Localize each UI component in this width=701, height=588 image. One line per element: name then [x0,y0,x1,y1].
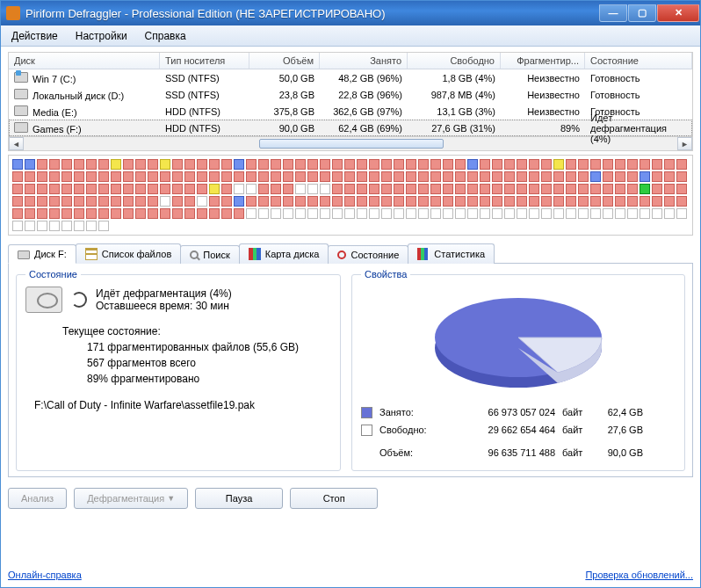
map-block[interactable] [603,208,613,219]
map-block[interactable] [160,171,170,182]
map-block[interactable] [172,208,183,219]
map-block[interactable] [455,171,466,182]
map-block[interactable] [664,196,675,207]
map-block[interactable] [135,171,146,182]
map-block[interactable] [553,184,564,194]
map-block[interactable] [37,159,47,170]
map-block[interactable] [12,221,23,231]
map-block[interactable] [590,208,601,219]
map-block[interactable] [234,171,244,182]
map-block[interactable] [86,159,97,170]
map-block[interactable] [234,208,244,219]
map-block[interactable] [492,159,502,170]
map-block[interactable] [480,159,490,170]
map-block[interactable] [529,171,539,182]
map-block[interactable] [148,171,158,182]
map-block[interactable] [517,184,527,194]
map-block[interactable] [529,196,539,207]
map-block[interactable] [111,208,121,219]
map-block[interactable] [517,208,527,219]
map-block[interactable] [295,171,306,182]
map-block[interactable] [37,171,47,182]
map-block[interactable] [344,171,355,182]
map-block[interactable] [443,184,453,194]
map-block[interactable] [652,171,662,182]
map-block[interactable] [74,159,84,170]
map-block[interactable] [406,196,416,207]
map-block[interactable] [25,221,35,231]
map-block[interactable] [258,171,269,182]
map-block[interactable] [492,184,502,194]
scroll-thumb[interactable] [24,137,677,150]
map-block[interactable] [74,184,84,194]
map-block[interactable] [381,184,392,194]
map-block[interactable] [283,208,293,219]
map-block[interactable] [172,171,183,182]
map-block[interactable] [418,159,429,170]
map-block[interactable] [529,184,539,194]
map-block[interactable] [418,184,429,194]
map-block[interactable] [406,171,416,182]
map-block[interactable] [221,171,232,182]
map-block[interactable] [49,208,60,219]
map-block[interactable] [258,159,269,170]
map-block[interactable] [467,196,478,207]
map-block[interactable] [504,159,515,170]
map-block[interactable] [74,196,84,207]
map-block[interactable] [615,159,625,170]
map-block[interactable] [430,171,441,182]
online-help-link[interactable]: Онлайн-справка [8,570,82,580]
map-block[interactable] [344,184,355,194]
stop-button[interactable]: Стоп [290,488,378,509]
map-block[interactable] [307,171,318,182]
map-block[interactable] [111,159,121,170]
map-block[interactable] [357,208,367,219]
drive-row[interactable]: Win 7 (C:)SSD (NTFS)50,0 GB48,2 GB (96%)… [9,69,692,86]
map-block[interactable] [307,208,318,219]
map-block[interactable] [86,184,97,194]
map-block[interactable] [640,208,650,219]
map-block[interactable] [517,171,527,182]
map-block[interactable] [320,171,330,182]
map-block[interactable] [184,208,195,219]
map-block[interactable] [271,184,281,194]
map-block[interactable] [394,196,404,207]
map-block[interactable] [676,208,687,219]
map-block[interactable] [467,208,478,219]
tab-files[interactable]: Список файлов [76,243,181,264]
map-block[interactable] [49,184,60,194]
map-block[interactable] [295,196,306,207]
map-block[interactable] [197,171,207,182]
map-block[interactable] [123,196,134,207]
col-size[interactable]: Объём [249,53,320,69]
col-free[interactable]: Свободно [408,53,501,69]
map-block[interactable] [221,184,232,194]
map-block[interactable] [49,221,60,231]
map-block[interactable] [320,208,330,219]
map-block[interactable] [12,208,23,219]
map-block[interactable] [184,184,195,194]
map-block[interactable] [271,171,281,182]
map-block[interactable] [74,208,84,219]
map-block[interactable] [209,208,220,219]
map-block[interactable] [381,171,392,182]
map-block[interactable] [197,208,207,219]
menu-help[interactable]: Справка [138,28,193,44]
map-block[interactable] [61,196,72,207]
map-block[interactable] [578,184,589,194]
map-block[interactable] [37,196,47,207]
map-block[interactable] [246,184,257,194]
map-block[interactable] [37,208,47,219]
map-block[interactable] [258,184,269,194]
map-block[interactable] [406,159,416,170]
map-block[interactable] [86,208,97,219]
map-block[interactable] [357,159,367,170]
map-block[interactable] [369,208,379,219]
tab-disk[interactable]: Диск F: [8,244,76,264]
map-block[interactable] [258,196,269,207]
map-block[interactable] [234,159,244,170]
map-block[interactable] [98,221,109,231]
map-block[interactable] [394,171,404,182]
map-block[interactable] [603,171,613,182]
map-block[interactable] [25,208,35,219]
